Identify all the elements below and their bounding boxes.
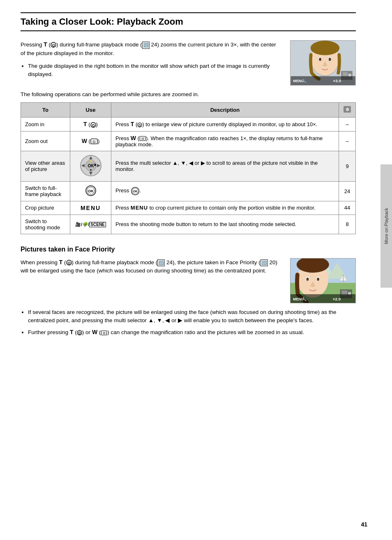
- ref-icon-1: 🔢: [142, 42, 150, 49]
- td-view-areas-to: View other areas of picture: [21, 151, 70, 181]
- svg-text:⚙: ⚙: [346, 107, 349, 112]
- page-container: More on Playback Taking a Closer Look: P…: [0, 0, 392, 540]
- operations-table: To Use Description ⚙ Zoom in: [21, 102, 356, 234]
- td-shooting-desc: Press the shooting mode button to return…: [111, 215, 339, 234]
- td-fullframe-num: 24: [339, 181, 356, 201]
- svg-rect-10: [343, 72, 348, 76]
- svg-text:▣: ▣: [93, 163, 96, 166]
- td-view-areas-num: 9: [339, 151, 356, 181]
- th-description: Description: [111, 103, 339, 118]
- camera-screen-face: MENU 🔧 ×2.0: [290, 258, 356, 303]
- svg-text:Q: Q: [92, 123, 95, 127]
- w-button-label: W: [82, 138, 87, 144]
- ok-inline-icon: OK: [131, 187, 140, 196]
- svg-point-7: [319, 58, 321, 61]
- td-zoom-out-desc: Press W (⊟). When the magnification rati…: [111, 131, 339, 151]
- td-crop-desc: Press MENU to crop current picture to co…: [111, 201, 339, 215]
- t-key: T: [44, 41, 47, 48]
- ref-icon-3: 🔢: [261, 259, 268, 267]
- side-tab: More on Playback: [380, 164, 392, 288]
- face-priority-heading: Pictures taken in Face Priority: [21, 246, 356, 253]
- ref-icon-2: 🔢: [157, 259, 165, 267]
- table-row-crop: Crop picture MENU Press MENU to crop cur…: [21, 201, 356, 215]
- td-fullframe-use: OK: [70, 181, 111, 201]
- table-header-row: To Use Description ⚙: [21, 103, 356, 118]
- td-zoom-out-num: –: [339, 131, 356, 151]
- page-title: Taking a Closer Look: Playback Zoom: [21, 16, 356, 27]
- camera-screen-1: MENU 🔧 ×3.0: [290, 40, 356, 85]
- svg-text:OK: OK: [133, 190, 138, 193]
- table-row-zoom-in: Zoom in T (Q) Press T (Q) to enlarge vie…: [21, 118, 356, 132]
- intro-image: MENU 🔧 ×3.0: [290, 40, 356, 85]
- td-view-areas-desc: Press the multi selector ▲, ▼, ◀ or ▶ to…: [111, 151, 339, 181]
- face-priority-image: MENU 🔧 ×2.0: [290, 258, 356, 303]
- td-crop-use: MENU: [70, 201, 111, 215]
- table-row-fullframe: Switch to full-frame playback OK Press O…: [21, 181, 356, 201]
- page-title-bar: Taking a Closer Look: Playback Zoom: [21, 12, 356, 31]
- td-crop-num: 44: [339, 201, 356, 215]
- svg-text:Q: Q: [138, 123, 141, 127]
- svg-text:×2.0: ×2.0: [333, 296, 341, 301]
- ok-button-icon: OK: [85, 185, 97, 196]
- q-icon-zoom-in: Q: [90, 122, 96, 128]
- svg-text:Q: Q: [52, 43, 55, 47]
- td-shooting-use: 🎥/🌳/SCENE: [70, 215, 111, 234]
- face-priority-bullet-2: Further pressing T (Q) or W (⊟) can chan…: [28, 328, 356, 337]
- svg-text:🔧: 🔧: [302, 78, 307, 83]
- svg-text:⊟: ⊟: [103, 331, 106, 335]
- svg-text:×3.0: ×3.0: [333, 78, 341, 83]
- svg-point-56: [317, 277, 319, 281]
- side-tab-label: More on Playback: [384, 208, 389, 244]
- td-shooting-to: Switch to shooting mode: [21, 215, 70, 234]
- menu-button-label: MENU: [81, 205, 101, 211]
- td-zoom-in-desc: Press T (Q) to enlarge view of picture c…: [111, 118, 339, 132]
- td-zoom-in-num: –: [339, 118, 356, 132]
- following-text: The following operations can be performe…: [21, 91, 356, 97]
- svg-text:⊟: ⊟: [92, 140, 96, 144]
- t-key-further: T: [70, 329, 74, 335]
- t-key-desc: T: [131, 121, 134, 127]
- svg-text:🔧: 🔧: [302, 296, 307, 301]
- td-zoom-in-to: Zoom in: [21, 118, 70, 132]
- camera-illustration-1: MENU 🔧 ×3.0: [291, 41, 355, 85]
- table-row-zoom-out: Zoom out W ( ⊟ ) Press W (⊟). When the m…: [21, 131, 356, 151]
- svg-point-4: [311, 41, 340, 55]
- svg-point-8: [329, 58, 331, 61]
- svg-text:OK: OK: [88, 189, 94, 193]
- td-zoom-in-use: T (Q): [70, 118, 111, 132]
- table-row-view-areas: View other areas of picture: [21, 151, 356, 181]
- t-key-face: T: [59, 259, 63, 265]
- svg-text:Q: Q: [78, 331, 81, 335]
- page-number: 41: [361, 521, 367, 528]
- camera-illustration-2: MENU 🔧 ×2.0: [291, 258, 355, 303]
- intro-bullets: The guide displayed in the right bottom …: [28, 62, 282, 79]
- face-priority-text: When pressing T (Q) during full-frame pl…: [21, 258, 282, 303]
- table-row-shooting-mode: Switch to shooting mode 🎥/🌳/SCENE Press …: [21, 215, 356, 234]
- intro-bullet-1: The guide displayed in the right bottom …: [28, 62, 282, 79]
- svg-text:⚡: ⚡: [89, 159, 92, 162]
- content-area: Taking a Closer Look: Playback Zoom Pres…: [0, 0, 380, 352]
- td-fullframe-to: Switch to full-frame playback: [21, 181, 70, 201]
- w-icon: ⊟: [90, 138, 98, 144]
- td-view-areas-use: OK ⚡ ▣ ▼: [70, 151, 111, 181]
- svg-text:▼: ▼: [89, 168, 92, 171]
- th-use: Use: [70, 103, 111, 118]
- svg-point-55: [307, 277, 309, 281]
- td-crop-to: Crop picture: [21, 201, 70, 215]
- t-button-label: T: [83, 121, 87, 127]
- intro-section: Pressing T (Q) during full-frame playbac…: [21, 40, 356, 85]
- menu-inline: MENU: [131, 205, 148, 211]
- th-to: To: [21, 103, 70, 118]
- w-key-desc: W: [131, 135, 136, 141]
- w-key-further: W: [92, 329, 97, 335]
- face-priority-bullets: If several faces are recognized, the pic…: [28, 308, 356, 337]
- svg-rect-11: [348, 74, 351, 77]
- face-priority-paragraph: When pressing T (Q) during full-frame pl…: [21, 258, 282, 276]
- intro-text: Pressing T (Q) during full-frame playbac…: [21, 40, 282, 85]
- shooting-mode-label: 🎥/🌳/SCENE: [75, 222, 106, 227]
- ref-header-icon: ⚙: [343, 106, 351, 113]
- multi-selector-icon: OK ⚡ ▣ ▼: [80, 155, 102, 177]
- td-fullframe-desc: Press OK.: [111, 181, 339, 201]
- face-priority-section: When pressing T (Q) during full-frame pl…: [21, 258, 356, 303]
- td-zoom-out-use: W ( ⊟ ): [70, 131, 111, 151]
